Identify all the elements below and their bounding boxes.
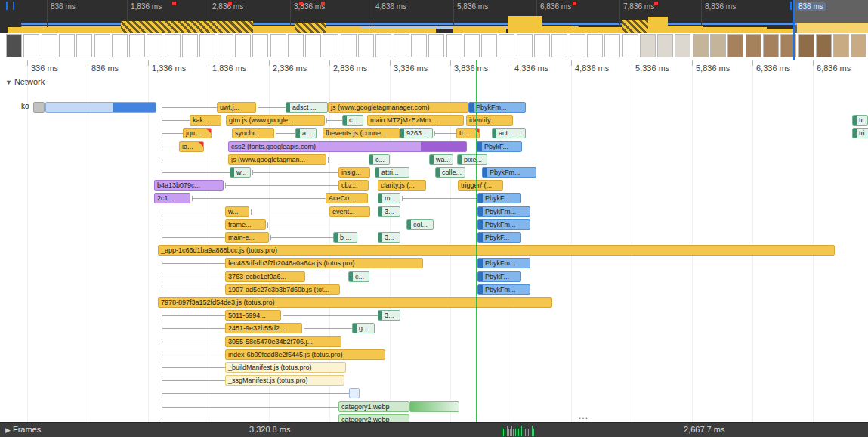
network-request-bar[interactable]: b ...	[333, 232, 357, 243]
timeline-overview[interactable]: 836 ms1,836 ms2,836 ms3,836 ms4,836 ms5,…	[0, 0, 868, 60]
network-request-bar[interactable]: 3...	[378, 232, 400, 243]
filmstrip-thumbnail[interactable]	[218, 34, 233, 57]
network-request-bar[interactable]: wa...	[429, 154, 453, 165]
filmstrip-thumbnail[interactable]	[604, 34, 620, 57]
filmstrip-thumbnail[interactable]	[112, 34, 128, 57]
network-request-bar[interactable]: 3055-58c5470e34b2f706.j...	[225, 336, 341, 347]
network-request-bar[interactable]: jqu...	[183, 128, 212, 138]
filmstrip-thumbnail[interactable]	[411, 34, 427, 57]
filmstrip-thumbnail[interactable]	[481, 34, 497, 57]
filmstrip-thumbnail[interactable]	[816, 34, 832, 57]
overview-ruler[interactable]: 836 ms1,836 ms2,836 ms3,836 ms4,836 ms5,…	[0, 0, 868, 33]
network-request-bar[interactable]: g...	[352, 323, 375, 333]
network-request-bar[interactable]: insig...	[338, 167, 370, 178]
network-request-bar[interactable]: main-e...	[225, 232, 269, 243]
network-request-bar[interactable]: _app-1c66d1ba9a888bcc.js (totus.pro)	[158, 245, 835, 256]
network-request-bar[interactable]: js (www.googletagman...	[228, 154, 326, 165]
frames-section-header[interactable]: ▶Frames	[5, 425, 41, 434]
filmstrip-thumbnail[interactable]	[798, 34, 814, 57]
filmstrip-thumbnail[interactable]	[517, 34, 533, 57]
filmstrip-thumbnail[interactable]	[358, 34, 374, 57]
filmstrip-thumbnail[interactable]	[323, 34, 338, 57]
network-request-bar[interactable]: fbevents.js (conne...	[323, 128, 400, 138]
filmstrip-thumbnail[interactable]	[394, 34, 409, 57]
network-waterfall-panel[interactable]: 336 ms836 ms1,336 ms1,836 ms2,336 ms2,83…	[0, 60, 868, 422]
filmstrip-thumbnail[interactable]	[147, 34, 162, 57]
network-request-bar[interactable]: PbykF...	[477, 232, 521, 243]
network-request-bar[interactable]: 2c1...	[154, 193, 190, 203]
network-request-bar[interactable]: trigger/ (...	[458, 180, 503, 191]
network-request-bar[interactable]: pixe...	[457, 154, 487, 165]
network-request-bar[interactable]: js (www.googletagmanager.com)	[328, 102, 468, 113]
network-request-bar[interactable]	[349, 388, 360, 398]
selection-grip-icon[interactable]	[790, 2, 798, 10]
filmstrip-thumbnail[interactable]	[763, 34, 779, 57]
network-request-bar[interactable]: kak...	[190, 115, 221, 126]
network-request-bar[interactable]: gtm.js (www.google...	[226, 115, 325, 126]
filmstrip-thumbnail[interactable]	[551, 34, 567, 57]
network-request-bar[interactable]: m...	[378, 193, 400, 203]
network-request-bar[interactable]: w...	[225, 206, 249, 217]
filmstrip-thumbnail[interactable]	[534, 34, 550, 57]
network-request-bar[interactable]: fec483df-db3f7b2046a0a64a.js (totus.pro)	[225, 258, 423, 268]
network-request-bar[interactable]: act ...	[492, 128, 526, 138]
network-request-bar[interactable]: PbykFrn...	[477, 206, 530, 217]
network-request-bar[interactable]: PbykFm...	[477, 258, 530, 268]
filmstrip-thumbnail[interactable]	[270, 34, 286, 57]
network-request-bar[interactable]: 3763-ecbc1ef0a6...	[225, 271, 305, 282]
network-request-bar[interactable]: c...	[348, 271, 369, 282]
network-request-bar[interactable]: c...	[369, 154, 390, 165]
filmstrip-thumbnail[interactable]	[851, 34, 866, 57]
network-request-bar[interactable]: 1907-ad5c27c3b3b7d60b.js (tot...	[225, 284, 340, 295]
network-request-bar[interactable]	[409, 401, 459, 412]
network-request-bar[interactable]: col...	[406, 219, 434, 230]
network-request-bar[interactable]: adsct ...	[286, 102, 328, 113]
filmstrip[interactable]	[0, 33, 868, 61]
filmstrip-thumbnail[interactable]	[464, 34, 480, 57]
filmstrip-thumbnail[interactable]	[235, 34, 251, 57]
filmstrip-thumbnail[interactable]	[499, 34, 514, 57]
network-request-bar[interactable]: AceCo...	[326, 193, 368, 203]
network-section-header[interactable]: ▼Network	[5, 77, 45, 86]
filmstrip-thumbnail[interactable]	[746, 34, 761, 57]
filmstrip-thumbnail[interactable]	[252, 34, 268, 57]
filmstrip-thumbnail[interactable]	[622, 34, 638, 57]
network-request-bar[interactable]: PbykFm...	[477, 284, 530, 295]
network-request-bar[interactable]: identify...	[466, 115, 513, 126]
filmstrip-thumbnail[interactable]	[640, 34, 656, 57]
network-request-bar[interactable]: category2.webp	[338, 414, 409, 422]
network-request-bar[interactable]: attri...	[375, 167, 409, 178]
network-request-bar[interactable]: frame...	[225, 219, 266, 230]
network-request-bar[interactable]: c...	[342, 115, 363, 126]
filmstrip-thumbnail[interactable]	[675, 34, 690, 57]
network-request-bar[interactable]: category1.webp	[338, 401, 409, 412]
network-request-bar[interactable]: b4a13b079c...	[154, 180, 224, 191]
playhead-line[interactable]	[476, 60, 477, 422]
filmstrip-thumbnail[interactable]	[375, 34, 391, 57]
network-request-bar[interactable]: _ssgManifest.js (totus.pro)	[225, 375, 344, 386]
filmstrip-thumbnail[interactable]	[710, 34, 726, 57]
filmstrip-thumbnail[interactable]	[727, 34, 743, 57]
network-request-bar[interactable]: css2 (fonts.googleapis.com)	[228, 141, 467, 152]
filmstrip-thumbnail[interactable]	[6, 34, 22, 57]
filmstrip-thumbnail[interactable]	[446, 34, 462, 57]
network-request-bar[interactable]: index-6b09fcdd8e2f5445.js (totus.pro)	[225, 349, 385, 360]
filmstrip-thumbnail[interactable]	[428, 34, 444, 57]
network-request-bar[interactable]: PbykFm...	[482, 167, 536, 178]
network-request-bar[interactable]: PbykFm...	[468, 102, 526, 113]
network-request-bar[interactable]: _buildManifest.js (totus.pro)	[225, 362, 346, 373]
network-request-bar[interactable]: 7978-897f3a152fd54de3.js (totus.pro)	[158, 297, 552, 308]
network-request-bar[interactable]: 9263...	[400, 128, 433, 138]
network-request-bar[interactable]: event...	[329, 206, 370, 217]
frames-section[interactable]: ▶Frames 3,320.8 ms 2,667.7 ms	[0, 422, 868, 437]
filmstrip-thumbnail[interactable]	[182, 34, 198, 57]
filmstrip-thumbnail[interactable]	[199, 34, 215, 57]
selection-handle-left[interactable]	[6, 2, 14, 10]
network-request-bar[interactable]: tr...	[852, 115, 868, 126]
filmstrip-thumbnail[interactable]	[341, 34, 357, 57]
network-request-bar[interactable]: a...	[295, 128, 317, 138]
filmstrip-thumbnail[interactable]	[587, 34, 603, 57]
network-request-bar[interactable]	[33, 102, 45, 113]
network-request-bar[interactable]: 2451-9e32b55d2...	[225, 323, 302, 333]
network-request-bar[interactable]: synchr...	[232, 128, 274, 138]
